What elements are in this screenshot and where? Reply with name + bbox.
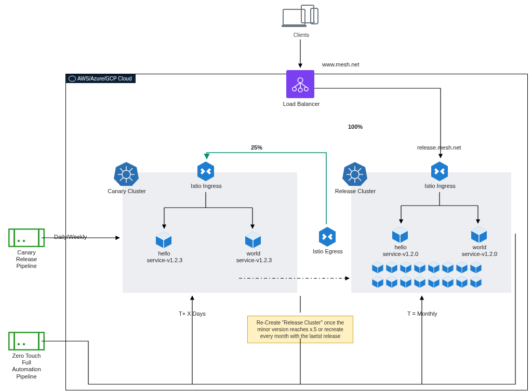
connector-layer bbox=[0, 0, 532, 392]
diagram-canvas: Clients www.mesh.net AWS/Azure/GCP Cloud… bbox=[0, 0, 532, 392]
